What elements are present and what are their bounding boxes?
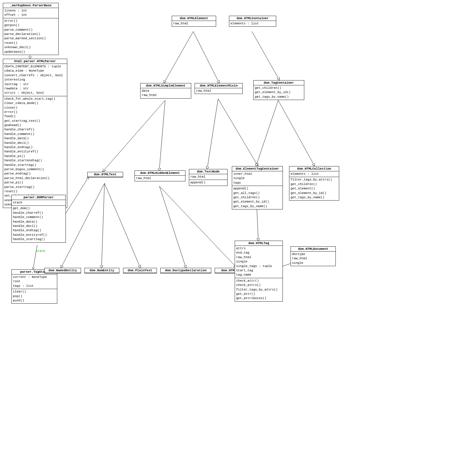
svg-line-7 (159, 100, 165, 168)
box-htmlelement: dom.HTMLElement raw_html (172, 16, 216, 27)
htmlcollection-methods: filter_tags_by_attrs() get_children() ge… (289, 177, 339, 200)
svg-line-6 (104, 100, 165, 170)
box-htmlcontainer: dom.HTMLContainer elements : list (229, 16, 276, 27)
svg-line-17 (257, 206, 258, 238)
htmldocument-title: dom.HTMLDocument (291, 247, 335, 252)
textnode-methods: append() (189, 180, 227, 185)
numentity-title: dom.NumEntity (85, 268, 119, 273)
htmlcollection-title: dom.HTMLCollection (289, 166, 339, 171)
svg-line-2 (33, 245, 37, 267)
box-markupbase: _markupbase.ParserBase lineno : int offs… (3, 3, 59, 55)
htmltag-attrs: attrs end_tag raw_html single single_tag… (235, 246, 283, 278)
textnode-title: dom.TextNode (189, 169, 227, 174)
tagstack-methods: clear() pop() push() (12, 289, 57, 303)
markupbase-title: _markupbase.ParserBase (3, 3, 58, 8)
svg-line-3 (165, 32, 193, 81)
elementtagcontainer-title: dom.ElementTagContainer (232, 166, 283, 171)
box-tagcontainer: dom.TagContainer get_children() get_elem… (253, 80, 304, 100)
htmlelement-attrs: raw_html (172, 21, 216, 26)
svg-line-14 (104, 183, 139, 266)
box-htmlsimpleelement: dom.HTMLSimpleElement data raw_html (140, 83, 191, 99)
svg-line-9 (218, 99, 257, 164)
plaintext-title: dom.PlainText (123, 268, 157, 273)
tagcontainer-methods: get_children() get_element_by_id() get_t… (254, 85, 304, 100)
htmltag-title: dom.HTMLTag (235, 241, 283, 246)
htmlcollection-attrs: elements : list (289, 171, 339, 177)
svg-line-12 (62, 183, 104, 266)
htmlsimpleelement-title: dom.HTMLSimpleElement (141, 83, 191, 88)
htmlelement-title: dom.HTMLElement (172, 16, 216, 21)
svg-line-10 (257, 100, 278, 164)
svg-line-8 (208, 99, 218, 167)
box-htmldocument: dom.HTMLDocument doctype raw_html single (291, 246, 336, 266)
svg-line-15 (159, 186, 185, 266)
domparser-attrs: stack (12, 200, 66, 206)
textnode-attrs: raw_html (189, 174, 227, 180)
svg-line-11 (278, 100, 313, 164)
markupbase-methods: error() getpos() parse_comment() parse_d… (3, 18, 58, 55)
namedentity-title: dom.NamedEntity (45, 268, 81, 273)
htmlhiddenelement-title: dom.HTMLHiddenElement (135, 171, 185, 176)
box-htmlelementmixin: dom.HTMLElementMixin raw_html (195, 83, 243, 94)
svg-line-18 (282, 264, 291, 266)
svg-line-5 (252, 32, 278, 78)
svg-line-13 (102, 183, 104, 266)
htmlcontainer-attrs: elements : list (229, 21, 276, 26)
box-htmlparser: html.parser.HTMLParser CDATA_CONTENT_ELE… (3, 59, 67, 208)
doctypedeclaration-title: dom.DoctypeDeclaration (161, 268, 211, 273)
htmlsimpleelement-attrs: data raw_html (141, 88, 191, 98)
box-htmlcollection: dom.HTMLCollection elements : list filte… (289, 166, 339, 201)
tagstack-attrs: current : NoneType root tags : list (12, 274, 57, 289)
htmldocument-attrs: doctype raw_html single (291, 252, 335, 266)
elementtagcontainer-methods: append() get_all_tags() get_children() g… (232, 186, 283, 209)
stack-label: stack (36, 249, 45, 253)
box-plaintext: dom.PlainText (123, 268, 157, 273)
domparser-methods: get_dom() handle_charref() handle_commen… (12, 206, 66, 242)
htmlparser-attrs: CDATA_CONTENT_ELEMENTS : tuple cdata_ele… (3, 64, 67, 96)
box-numentity: dom.NumEntity (84, 268, 119, 273)
elementtagcontainer-attrs: inner_html single tags (232, 171, 283, 186)
box-htmlhiddenelement: dom.HTMLHiddenElement raw_html (135, 170, 185, 181)
svg-line-4 (193, 32, 218, 81)
markupbase-attrs: lineno : int offset : int (3, 8, 58, 18)
box-htmltext: dom.HTMLText (87, 172, 123, 177)
htmlparser-title: html.parser.HTMLParser (3, 59, 67, 64)
htmltag-methods: check_attr() check_attrs() filter_tags_b… (235, 278, 283, 301)
htmlcontainer-title: dom.HTMLContainer (229, 16, 276, 21)
htmltext-title: dom.HTMLText (88, 172, 123, 177)
domparser-title: parser.DOMParser (12, 195, 66, 200)
box-namedentity: dom.NamedEntity (44, 268, 81, 273)
box-htmltag: dom.HTMLTag attrs end_tag raw_html singl… (235, 241, 283, 302)
box-textnode: dom.TextNode raw_html append() (189, 169, 228, 186)
htmlelementmixin-attrs: raw_html (195, 88, 242, 94)
tagcontainer-title: dom.TagContainer (254, 81, 304, 85)
box-tagstack: parser.TagStack current : NoneType root … (11, 269, 57, 304)
htmlhiddenelement-attrs: raw_html (135, 176, 185, 181)
box-domparser: parser.DOMParser stack get_dom() handle_… (11, 195, 66, 243)
box-doctypedeclaration: dom.DoctypeDeclaration (160, 268, 211, 273)
svg-line-16 (159, 186, 235, 266)
htmlparser-methods: check_for_whole_start_tag() clear_cdata_… (3, 96, 67, 208)
htmlelementmixin-title: dom.HTMLElementMixin (195, 83, 242, 88)
box-elementtagcontainer: dom.ElementTagContainer inner_html singl… (232, 166, 283, 209)
